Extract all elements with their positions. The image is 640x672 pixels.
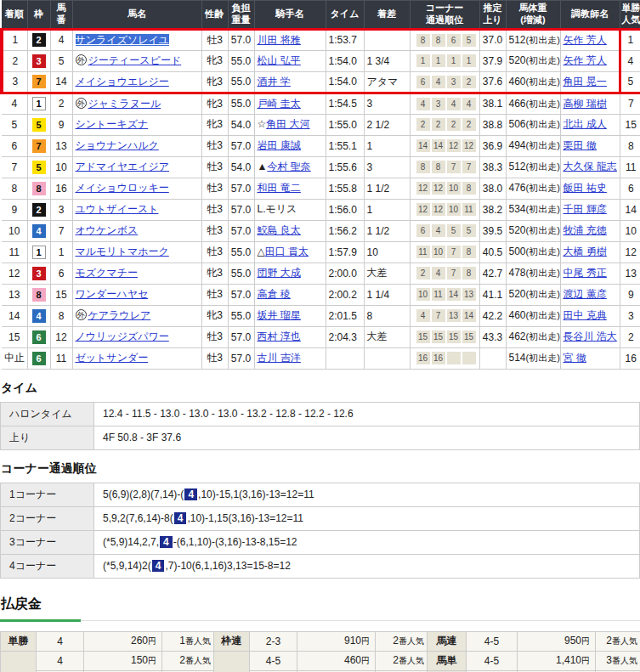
jockey-name-link[interactable]: 高倉 稜 xyxy=(258,288,291,300)
horse-name-link[interactable]: モズクマチー xyxy=(76,267,138,279)
corner-position-box: 12 xyxy=(416,182,430,195)
jockey-name-link[interactable]: 鮫島 良太 xyxy=(258,224,301,236)
jockey-name-link[interactable]: 今村 聖奈 xyxy=(267,161,310,172)
trainer-name-link[interactable]: 高柳 瑞樹 xyxy=(564,98,607,110)
trainer-name-link[interactable]: 北出 成人 xyxy=(564,118,607,130)
sex-age: 牡3 xyxy=(201,326,228,347)
win-favorite-rank: 15 xyxy=(620,114,640,135)
win-favorite-rank: 6 xyxy=(620,178,640,199)
horse-number: 3 xyxy=(50,199,72,220)
horse-name-link[interactable]: メイショウエレジー xyxy=(76,76,169,88)
trainer-cell: 長谷川 浩大 xyxy=(560,326,620,347)
horse-name-link[interactable]: ワンダーハヤセ xyxy=(76,288,149,300)
horse-name-link[interactable]: ジーティースピード xyxy=(88,54,182,66)
jockey-cell: 和田 竜二 xyxy=(254,178,326,199)
trainer-name-link[interactable]: 栗田 徹 xyxy=(564,139,597,151)
trainer-name-link[interactable]: 矢作 芳人 xyxy=(564,34,607,46)
horse-name-cell: ノウリッジズパワー xyxy=(72,326,201,347)
horse-name-link[interactable]: アドマイヤエイジア xyxy=(76,161,170,172)
horse-name-link[interactable]: ノウリッジズパワー xyxy=(76,330,169,342)
last-3f: 40.5 xyxy=(479,241,506,263)
frame-5-badge: 5 xyxy=(32,118,46,132)
first-run-note: (初出走) xyxy=(526,183,560,193)
finish-position: 6 xyxy=(2,135,27,156)
jockey-name-link[interactable]: 松山 弘平 xyxy=(258,54,301,66)
horse-name-link[interactable]: メイショウロッキー xyxy=(76,182,169,194)
jockey-name-link[interactable]: 田口 貫太 xyxy=(265,246,309,257)
results-header-row: 着順枠馬 番馬名性齢負担 重量騎手名タイム着差コーナー 通過順位推定 上り馬体重… xyxy=(2,1,640,30)
margin: 8 xyxy=(364,305,410,326)
horse-name-link[interactable]: ジャミラヌール xyxy=(88,98,161,110)
col-header-win-favorite: 単勝 人気 xyxy=(620,1,640,30)
first-run-note: (初出走) xyxy=(526,35,560,45)
jockey-name-link[interactable]: 西村 淳也 xyxy=(258,330,301,342)
jockey-cell: 古川 吉洋 xyxy=(254,347,326,369)
horse-name-cell: ユウトザイースト xyxy=(72,199,201,220)
horse-name-link[interactable]: ゼットサンダー xyxy=(76,352,149,364)
finish-time: 1:54.0 xyxy=(326,71,364,93)
yen-suffix: 円 xyxy=(148,656,156,665)
jockey-name-link[interactable]: 川田 将雅 xyxy=(258,34,301,46)
jockey-cell: L.モリス xyxy=(254,199,326,220)
trainer-name-link[interactable]: 田中 克典 xyxy=(564,309,607,321)
carried-weight: 54.0 xyxy=(228,114,254,135)
corner-position-box: 6 xyxy=(416,76,430,88)
col-header-finish-order: 着順 xyxy=(2,1,27,30)
col-header-horse-name: 馬名 xyxy=(72,1,201,30)
col-header-estimated-last-3f: 推定 上り xyxy=(479,1,506,30)
jockey-name-link[interactable]: 団野 大成 xyxy=(258,267,301,279)
frame-cell: 6 xyxy=(27,347,50,369)
horse-name-link[interactable]: サンライズソレイユ xyxy=(76,34,170,46)
finish-position: 9 xyxy=(2,199,27,220)
win-favorite-rank: 13 xyxy=(620,263,640,284)
trainer-name-link[interactable]: 矢作 芳人 xyxy=(564,54,607,66)
horse-name-link[interactable]: シントーキズナ xyxy=(76,118,149,130)
horse-name-link[interactable]: ケアラウレア xyxy=(88,309,151,321)
horse-name-link[interactable]: ユウトザイースト xyxy=(76,203,159,215)
jockey-cell: 戸崎 圭太 xyxy=(254,93,326,114)
carried-weight: 57.0 xyxy=(228,135,254,156)
first-run-note: (初出走) xyxy=(526,289,560,299)
corner-position-box: 8 xyxy=(462,182,476,195)
trainer-name-link[interactable]: 角田 晃一 xyxy=(564,76,607,88)
horse-name-link[interactable]: オウケンボス xyxy=(76,224,139,236)
jockey-name-link[interactable]: 岩田 康誠 xyxy=(258,139,301,151)
horse-weight-cell: 520(初出走) xyxy=(506,220,560,241)
corner-position-box: 2 xyxy=(416,118,430,131)
corner-position-box xyxy=(447,352,461,364)
trainer-name-link[interactable]: 渡辺 薫彦 xyxy=(564,288,607,300)
trainer-name-link[interactable]: 宮 徹 xyxy=(564,352,586,364)
jockey-name-link[interactable]: 酒井 学 xyxy=(258,76,291,88)
trainer-name-link[interactable]: 中尾 秀正 xyxy=(564,267,607,279)
corner-positions-cell: 12121011 xyxy=(410,199,479,220)
horse-weight-cell: 478(初出走) xyxy=(506,263,560,284)
trainer-name-link[interactable]: 大久保 龍志 xyxy=(564,161,617,172)
payout-favorite-rank: 1番人気 xyxy=(162,631,214,651)
corner-position-box: 4 xyxy=(432,224,445,237)
sex-age: 牡3 xyxy=(201,29,228,50)
horse-weight-cell: 514(初出走) xyxy=(506,347,560,369)
frame-3-badge: 3 xyxy=(32,267,46,280)
winner-number-highlight: 4 xyxy=(174,512,187,524)
horse-number: 13 xyxy=(50,135,72,156)
jockey-name-link[interactable]: 和田 竜二 xyxy=(258,182,301,194)
jockey-name-link[interactable]: 坂井 瑠星 xyxy=(258,309,301,321)
corner-position-box: 8 xyxy=(432,34,445,47)
trainer-name-link[interactable]: 牧浦 充徳 xyxy=(564,224,607,236)
horse-weight-cell: 494(初出走) xyxy=(506,135,560,156)
jockey-name-link[interactable]: 戸崎 圭太 xyxy=(258,98,301,110)
time-row: ハロンタイム12.4 - 11.5 - 13.0 - 13.0 - 13.0 -… xyxy=(1,402,640,426)
horse-name-link[interactable]: ショウナンハルク xyxy=(76,139,159,151)
jockey-name-link[interactable]: 角田 大河 xyxy=(266,118,309,130)
horse-name-link[interactable]: マルモリトマホーク xyxy=(76,246,169,257)
col-header-sex-age: 性齢 xyxy=(201,1,228,30)
jockey-name-link[interactable]: 古川 吉洋 xyxy=(258,352,301,364)
trainer-name-link[interactable]: 大橋 勇樹 xyxy=(564,246,607,257)
corner-positions-cell: 1616 xyxy=(410,347,479,369)
time-row-label: 上り xyxy=(1,426,94,449)
trainer-name-link[interactable]: 千田 輝彦 xyxy=(564,203,607,215)
finish-position: 5 xyxy=(2,114,27,135)
trainer-name-link[interactable]: 飯田 祐史 xyxy=(564,182,607,194)
first-run-note: (初出走) xyxy=(526,268,560,278)
trainer-name-link[interactable]: 長谷川 浩大 xyxy=(564,330,617,342)
